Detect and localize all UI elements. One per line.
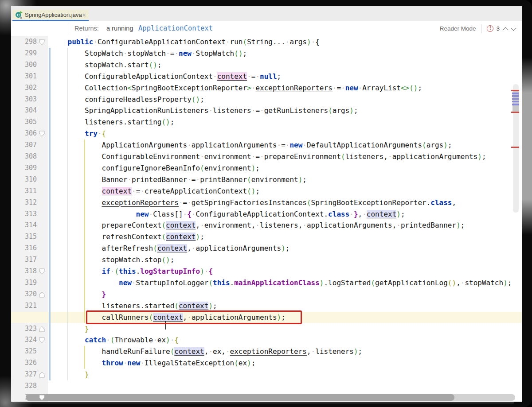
line-number[interactable]: 298	[15, 36, 37, 48]
code-text: ConfigurableEnvironment·environment·=·pr…	[51, 151, 486, 163]
line-number[interactable]: 323	[15, 323, 37, 335]
line-number[interactable]: 304	[15, 105, 37, 116]
usage-stripe-mark-5[interactable]	[512, 104, 519, 105]
line-number[interactable]: 317	[15, 254, 37, 266]
line-number[interactable]: 300	[15, 59, 37, 71]
code-line-311[interactable]: 311context·=·createApplicationContext();	[11, 186, 522, 197]
line-number[interactable]: 328	[15, 380, 37, 392]
code-token: )	[443, 141, 448, 149]
line-number[interactable]: 319	[15, 277, 37, 289]
fold-collapse-icon[interactable]	[39, 39, 45, 45]
line-number[interactable]: 318	[15, 266, 37, 277]
line-number[interactable]: 309	[15, 163, 37, 174]
code-line-316[interactable]: 316afterRefresh(context,·applicationArgu…	[11, 243, 522, 254]
code-token: ·DefaultApplicationArguments	[302, 141, 422, 149]
line-number[interactable]: 311	[15, 186, 37, 197]
fold-collapse-icon[interactable]	[39, 395, 45, 401]
fold-collapse-icon[interactable]	[39, 131, 45, 137]
code-editor[interactable]: 298public·ConfigurableApplicationContext…	[11, 36, 522, 402]
code-token: (	[328, 106, 332, 115]
error-circle-icon[interactable]: !	[487, 25, 493, 32]
code-line-310[interactable]: 310Banner·printedBanner·=·printBanner(en…	[11, 174, 522, 186]
line-number[interactable]: 315	[15, 231, 37, 243]
applicationcontext-link[interactable]: ApplicationContext	[138, 24, 213, 32]
fold-end-icon[interactable]	[39, 372, 45, 378]
line-number[interactable]: 306	[15, 128, 37, 140]
line-number[interactable]: 316	[15, 243, 37, 254]
code-line-314[interactable]: 314prepareContext(context,·environment,·…	[11, 220, 522, 231]
code-line-301[interactable]: 301ConfigurableApplicationContext·contex…	[11, 71, 522, 82]
horizontal-scrollbar-thumb[interactable]	[26, 394, 454, 401]
code-text: configureHeadlessProperty();	[51, 94, 204, 105]
usage-stripe-mark-3[interactable]	[512, 98, 519, 100]
line-number[interactable]: 325	[15, 346, 37, 357]
code-line-303[interactable]: 303configureHeadlessProperty();	[11, 94, 522, 105]
code-line-326[interactable]: 326throw·new·IllegalStateException(ex);	[11, 357, 522, 369]
code-line-323[interactable]: 323}	[11, 323, 522, 335]
code-line-313[interactable]: 313new·Class[]·{·ConfigurableApplication…	[11, 209, 522, 220]
line-number[interactable]: 305	[15, 116, 37, 128]
code-line-306[interactable]: 306try·{	[11, 128, 522, 140]
code-line-320[interactable]: 320}	[11, 289, 522, 300]
line-number[interactable]: 320	[15, 289, 37, 300]
code-token: )	[281, 244, 286, 252]
line-number[interactable]: 321	[15, 300, 37, 312]
code-token: if	[102, 267, 110, 275]
code-line-328[interactable]: 328	[11, 380, 522, 392]
ide-window: C SpringApplication.java × Returns: a ru…	[0, 0, 532, 407]
code-line-305[interactable]: 305listeners.starting();	[11, 116, 522, 128]
usage-stripe-mark-2[interactable]	[512, 95, 519, 97]
code-line-325[interactable]: 325handleRunFailure(context,·ex,·excepti…	[11, 346, 522, 357]
line-number[interactable]: 314	[15, 220, 37, 231]
line-number[interactable]: 299	[15, 48, 37, 59]
code-line-298[interactable]: 298public·ConfigurableApplicationContext…	[11, 36, 522, 48]
line-number[interactable]: 302	[15, 82, 37, 94]
line-number[interactable]: 307	[15, 140, 37, 151]
code-line-324[interactable]: 324catch·(Throwable·ex)·{	[11, 334, 522, 346]
line-number[interactable]: 313	[15, 209, 37, 220]
code-line-327[interactable]: 327}	[11, 369, 522, 380]
code-line-321[interactable]: 321listeners.started(context);	[11, 300, 522, 312]
code-line-317[interactable]: 317stopWatch.stop();	[11, 254, 522, 266]
vcs-change-bar[interactable]	[49, 48, 51, 380]
error-stripe-mark-3[interactable]	[511, 147, 519, 148]
fold-collapse-icon[interactable]	[39, 337, 45, 343]
code-token: (	[161, 221, 166, 229]
line-number[interactable]: 312	[15, 197, 37, 209]
code-token: SpringApplicationRunListeners·listeners·…	[85, 106, 328, 115]
error-stripe-mark-1[interactable]	[511, 90, 519, 91]
line-number[interactable]: 301	[15, 71, 37, 82]
code-token: }	[85, 325, 89, 333]
chevron-down-icon[interactable]	[511, 25, 516, 31]
line-number[interactable]: 326	[15, 357, 37, 369]
reader-mode-button[interactable]: Reader Mode	[440, 25, 476, 32]
error-count[interactable]: 3	[496, 25, 500, 32]
code-line-300[interactable]: 300stopWatch.start();	[11, 59, 522, 71]
code-line-302[interactable]: 302Collection<SpringBootExceptionReporte…	[11, 82, 522, 94]
tab-close-icon[interactable]: ×	[82, 12, 86, 18]
line-number[interactable]: 324	[15, 334, 37, 346]
code-line-319[interactable]: 319new·StartupInfoLogger(this.mainApplic…	[11, 277, 522, 289]
fold-end-icon[interactable]	[39, 326, 45, 332]
code-token: throw	[102, 359, 123, 367]
code-line-304[interactable]: 304SpringApplicationRunListeners·listene…	[11, 105, 522, 116]
code-line-307[interactable]: 307ApplicationArguments·applicationArgum…	[11, 140, 522, 151]
code-line-315[interactable]: 315refreshContext(context);	[11, 231, 522, 243]
code-line-312[interactable]: 312exceptionReporters·=·getSpringFactori…	[11, 197, 522, 209]
code-line-309[interactable]: 309configureIgnoreBeanInfo(environment);	[11, 163, 522, 174]
chevron-up-icon[interactable]	[503, 27, 509, 33]
tab-springapplication-java[interactable]: C SpringApplication.java ×	[12, 10, 89, 20]
line-number[interactable]: 308	[15, 151, 37, 163]
code-line-318[interactable]: 318if·(this.logStartupInfo)·{	[11, 266, 522, 277]
code-line-299[interactable]: 299StopWatch·stopWatch·=·new·StopWatch()…	[11, 48, 522, 59]
line-number[interactable]: 310	[15, 174, 37, 186]
line-number[interactable]: 303	[15, 94, 37, 105]
usage-stripe-mark-1[interactable]	[512, 93, 519, 94]
fold-end-icon[interactable]	[39, 291, 45, 298]
usage-stripe-mark-4[interactable]	[512, 101, 519, 103]
code-text: refreshContext(context);	[51, 231, 204, 243]
line-number[interactable]: 327	[15, 369, 37, 380]
fold-collapse-icon[interactable]	[39, 268, 45, 275]
error-stripe-mark-2[interactable]	[511, 112, 519, 113]
code-line-308[interactable]: 308ConfigurableEnvironment·environment·=…	[11, 151, 522, 163]
